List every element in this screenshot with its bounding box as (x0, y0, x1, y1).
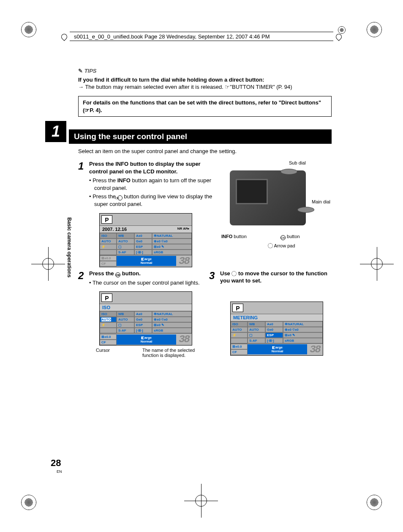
cursor-caption: Cursor (96, 348, 130, 358)
step-1-bullet-1: Press the INFO button again to turn off … (89, 177, 213, 192)
crop-mark (21, 495, 36, 510)
section-title: Using the super control panel (69, 129, 332, 144)
details-callout: For details on the functions that can be… (78, 96, 332, 117)
side-tab-label: Basic camera operations (66, 217, 72, 277)
lcd-selected-name: METERING (233, 315, 258, 320)
camera-diagram: Sub dial Main dial INFO button OK button… (221, 160, 331, 249)
step-2-heading: Press the OK button. (89, 270, 201, 277)
sub-dial-label: Sub dial (289, 160, 306, 165)
lcd-frame-count: 38 (176, 255, 192, 267)
chapter-number: 1 (45, 121, 66, 142)
step-3: 3 Use to move the cursor to the function… (209, 270, 332, 356)
page-content: TIPS If you find it difficult to turn th… (78, 68, 332, 358)
step-1-heading: Press the INFO button to display the sup… (89, 160, 213, 175)
crop-mark (367, 495, 382, 510)
alignment-target (184, 484, 218, 518)
filename-line: s0011_e_00_0_unified.book Page 28 Wednes… (74, 33, 270, 40)
lcd-panel-2: P ISO ISO WB A±0 ✻NATURAL AUTO AUTO G±0 (99, 291, 192, 346)
step-number: 2 (78, 270, 86, 358)
lcd-mode: P (101, 293, 112, 302)
lcd-mode: P (232, 304, 243, 312)
arrow-pad-label: Arrow pad (268, 243, 295, 248)
crop-mark (367, 22, 382, 37)
step-2-bullet-1: The cursor on the super control panel li… (89, 279, 201, 287)
section-intro: Select an item on the super control pane… (78, 148, 332, 154)
step-1: 1 Press the INFO button to display the s… (78, 160, 213, 267)
page-header-frame: s0011_e_00_0_unified.book Page 28 Wednes… (70, 32, 333, 41)
lcd-frame-count: 38 (307, 344, 323, 355)
arrow-pad-icon (268, 243, 273, 248)
alignment-target (31, 247, 65, 281)
camera-lcd-illustration (236, 179, 268, 204)
ok-button-label: OK button (280, 234, 300, 240)
page-number: 28 (51, 458, 61, 469)
lcd-nr-badge: NR AF▸ (177, 227, 189, 232)
step-number: 1 (78, 160, 86, 267)
ok-button-icon: OK (280, 235, 286, 240)
ok-button-icon: OK (117, 195, 123, 200)
step-number: 3 (209, 270, 217, 356)
main-dial-illustration (297, 207, 314, 213)
crop-mark (338, 26, 346, 34)
main-dial-label: Main dial (312, 199, 330, 204)
lcd-cursor-cell: AUTO (100, 317, 117, 322)
page-language: EN (57, 469, 62, 474)
step-2: 2 Press the OK button. The cursor on the… (78, 270, 201, 358)
lcd-panel-1: P 2007. 12.16 NR AF▸ ISO WB A±0 ✻NATURAL… (99, 213, 192, 267)
alignment-target (360, 247, 394, 281)
sub-dial-illustration (280, 169, 297, 175)
ok-button-icon: OK (115, 272, 120, 277)
step-3-heading: Use to move the cursor to the function y… (220, 270, 332, 285)
crop-mark (21, 22, 36, 37)
lcd-mode: P (101, 215, 112, 224)
selected-name-caption: The name of the selected function is dis… (142, 348, 201, 358)
tips-heading: If you find it difficult to turn the dia… (78, 77, 332, 83)
lcd-cursor-cell: ESP (265, 332, 283, 338)
section-header: 1 Using the super control panel (45, 129, 332, 144)
lcd-selected-name: ISO (102, 305, 110, 310)
lcd-frame-count: 38 (176, 334, 192, 345)
tips-body: The button may remain selected even afte… (78, 84, 332, 90)
step-1-bullet-2: Press the OK button during live view to … (89, 193, 213, 208)
info-button-label: INFO button (221, 234, 247, 239)
tips-label: TIPS (78, 68, 332, 74)
arrow-pad-icon (231, 271, 237, 276)
lcd-panel-3: P METERING ISO WB A±0 ✻NATURAL AUTO AUTO… (230, 302, 323, 356)
lcd-date: 2007. 12.16 (102, 227, 127, 232)
